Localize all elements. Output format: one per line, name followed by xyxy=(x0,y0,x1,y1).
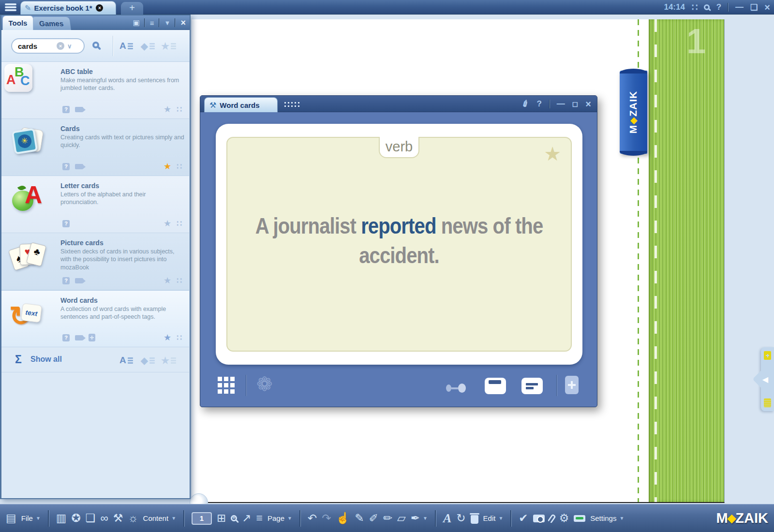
dialog-close-icon[interactable]: × xyxy=(585,99,591,110)
mozaik-bookmark-ribbon[interactable]: M◆ZAIK xyxy=(620,71,647,154)
favorite-star-icon[interactable]: ★ xyxy=(164,104,171,115)
right-panel-flyout[interactable]: ◀ xyxy=(761,347,774,411)
card-favorite-star-icon[interactable]: ★ xyxy=(544,143,561,165)
panel-close-icon[interactable]: × xyxy=(180,18,186,28)
camera-icon[interactable] xyxy=(533,515,545,522)
list-item-letter-cards[interactable]: A Letter cards Letters of the alphabet a… xyxy=(1,176,189,233)
tool-video-icon[interactable] xyxy=(75,278,83,283)
drawer-icon[interactable] xyxy=(574,515,585,522)
settings-menu[interactable]: Settings▼ xyxy=(590,514,624,522)
dialog-minimize-icon[interactable]: — xyxy=(557,99,565,109)
idea-bulb-icon[interactable]: ☼ xyxy=(128,513,138,524)
favorite-star-icon[interactable]: ★ xyxy=(164,275,171,286)
clear-search-icon[interactable]: × xyxy=(57,42,64,50)
part-of-speech-tag[interactable]: verb xyxy=(379,137,419,158)
tool-help-icon[interactable]: ? xyxy=(62,334,70,341)
minimize-icon[interactable]: — xyxy=(735,2,744,12)
tool-grid-icon[interactable]: ∷ xyxy=(177,333,182,343)
booklet-icon[interactable]: ▥ xyxy=(56,513,67,524)
list-item-abc-table[interactable]: ABC ABC table Make meaningful words and … xyxy=(1,62,189,119)
new-tab-button[interactable]: + xyxy=(121,2,143,15)
sort-alphabetical-icon[interactable]: A xyxy=(119,41,133,51)
search-icon[interactable] xyxy=(92,42,99,48)
tool-grid-icon[interactable]: ∷ xyxy=(177,162,182,172)
edit-menu[interactable]: Edit▼ xyxy=(483,514,504,522)
tool-help-icon[interactable]: ? xyxy=(62,106,70,113)
marker-icon[interactable]: ✏ xyxy=(383,513,392,524)
tool-grid-icon[interactable]: ∷ xyxy=(177,276,182,286)
shuffle-ornament-icon[interactable]: ❁ xyxy=(256,373,273,395)
document-tab[interactable]: ✎ Exercise book 1* × xyxy=(20,1,116,15)
book-icon[interactable]: ▤ xyxy=(6,513,16,524)
dialog-drag-handle-icon[interactable] xyxy=(283,101,301,109)
sort-alphabetical-icon[interactable]: A xyxy=(119,355,133,366)
add-page-flyout-icon[interactable] xyxy=(764,351,771,360)
tool-video-icon[interactable] xyxy=(75,107,83,112)
eraser-icon[interactable]: ▱ xyxy=(397,513,406,524)
content-menu[interactable]: Content▼ xyxy=(143,514,176,522)
restore-icon[interactable]: ❏ xyxy=(750,2,758,13)
highlighter-icon[interactable]: ✐ xyxy=(369,513,378,524)
sort-category-icon[interactable]: ◆ xyxy=(141,355,155,366)
tool-help-icon[interactable]: ? xyxy=(62,220,70,227)
dialog-titlebar[interactable]: ⚒ Word cards ✐ ? — ◻ × xyxy=(200,96,597,112)
word-card[interactable]: verb ★ A journalist reported news of the… xyxy=(216,124,582,365)
tool-help-icon[interactable]: ? xyxy=(62,163,70,170)
document-tab-close-icon[interactable]: × xyxy=(96,4,103,12)
trash-icon[interactable] xyxy=(471,515,478,524)
document-icon[interactable]: ❏ xyxy=(86,513,96,524)
expand-panel-arrow-icon[interactable]: ◀ xyxy=(762,375,768,384)
undo-icon[interactable]: ↶ xyxy=(308,513,317,524)
list-item-word-cards[interactable]: ↻text Word cards A collection of word ca… xyxy=(1,290,189,347)
panel-list-icon[interactable]: ≡ xyxy=(150,19,154,27)
main-menu-icon[interactable] xyxy=(4,2,17,12)
list-item-picture-cards[interactable]: ♠♥♣ Picture cards Sixteen decks of cards… xyxy=(1,233,189,290)
rotate-icon[interactable]: ↻ xyxy=(456,513,465,524)
tab-games[interactable]: Games xyxy=(31,17,71,30)
zoom-icon[interactable] xyxy=(231,515,237,521)
tool-video-icon[interactable] xyxy=(75,335,83,340)
sort-favorites-icon[interactable]: ★ xyxy=(161,355,176,366)
list-item-cards[interactable]: ✳ Cards Creating cards with text or pict… xyxy=(1,119,189,176)
tab-tools[interactable]: Tools xyxy=(2,15,33,30)
favorite-star-icon[interactable]: ★ xyxy=(164,161,171,172)
gear-icon[interactable]: ⚙ xyxy=(559,513,569,524)
page-menu[interactable]: Page▼ xyxy=(268,514,292,522)
homework-check-icon[interactable]: ✔ xyxy=(519,513,528,524)
tool-video-icon[interactable] xyxy=(75,164,83,169)
binoculars-icon[interactable]: ∞ xyxy=(100,513,108,524)
close-icon[interactable]: × xyxy=(764,2,770,13)
hand-pointer-icon[interactable]: ☝ xyxy=(336,513,350,524)
show-all-button[interactable]: Show all xyxy=(30,355,62,364)
tool-grid-icon[interactable]: ∷ xyxy=(177,104,182,115)
education-icon[interactable]: ✪ xyxy=(72,513,81,524)
add-page-icon[interactable]: ⊞ xyxy=(217,513,226,524)
dialog-maximize-icon[interactable]: ◻ xyxy=(572,100,578,108)
file-menu[interactable]: File▼ xyxy=(21,514,41,522)
clipboard-flyout-icon[interactable] xyxy=(764,399,771,407)
card-back-view-icon[interactable] xyxy=(521,378,543,394)
card-size-toggle-icon[interactable] xyxy=(446,384,466,393)
page-number-box[interactable]: 1 xyxy=(192,512,212,525)
pin-icon[interactable]: ✐ xyxy=(520,98,532,111)
dialog-title-tab[interactable]: ⚒ Word cards xyxy=(204,97,278,112)
pen-icon[interactable]: ✎ xyxy=(355,513,364,524)
help-icon[interactable]: ? xyxy=(716,2,721,12)
search-history-icon[interactable]: ∨ xyxy=(67,43,72,50)
tool-help-icon[interactable]: ? xyxy=(62,277,70,284)
text-tool-icon[interactable]: A xyxy=(443,511,451,526)
insert-card-icon[interactable] xyxy=(565,376,579,394)
tool-add-icon[interactable] xyxy=(89,334,95,341)
app-grid-icon[interactable]: ∷ xyxy=(692,1,697,13)
favorite-star-icon[interactable]: ★ xyxy=(164,218,171,229)
page-list-icon[interactable]: ≡ xyxy=(256,513,263,524)
global-search-icon[interactable] xyxy=(704,4,710,10)
paperclip-icon[interactable] xyxy=(547,513,556,523)
tool-grid-icon[interactable]: ∷ xyxy=(177,219,182,229)
panel-dropdown-icon[interactable]: ▼ xyxy=(164,19,171,27)
card-grid-view-icon[interactable] xyxy=(218,377,235,394)
sort-favorites-icon[interactable]: ★ xyxy=(161,41,176,52)
card-front-view-icon[interactable] xyxy=(485,378,506,394)
sort-category-icon[interactable]: ◆ xyxy=(141,41,155,52)
favorite-star-icon[interactable]: ★ xyxy=(164,332,171,343)
